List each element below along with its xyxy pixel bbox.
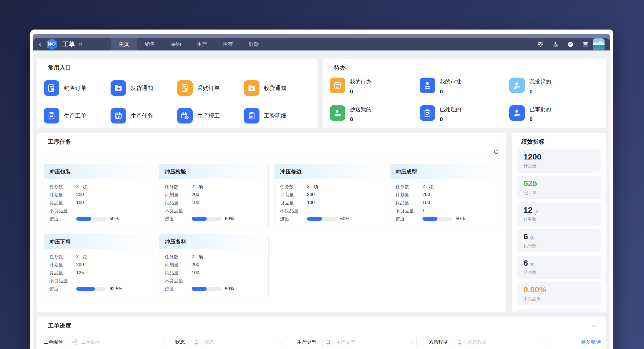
top-row: 常用入口 销售订单 发货通知 采购订单 [37, 59, 606, 128]
stat-value: 200 [192, 262, 199, 267]
nav-tab[interactable]: 主页 [111, 38, 137, 50]
filter-input[interactable] [81, 339, 160, 345]
kpi-value-line: 6项 [524, 232, 594, 242]
filter-label: 状态 [175, 339, 185, 345]
filter-field[interactable]: ⊒ 紧急程度 [454, 337, 548, 347]
process-card[interactable]: 冲压备料 任务数 2 项 计划量 200 [159, 234, 269, 298]
quick-entry-icon [111, 80, 126, 96]
todo-item[interactable]: 我的待办 0 [330, 74, 420, 102]
stat-value: 100 [192, 200, 199, 205]
nav-tab[interactable]: 账款 [241, 38, 267, 50]
todo-item-count: 0 [350, 88, 371, 95]
stat-label: 进度 [165, 216, 192, 222]
process-card-body: 任务数 2 项 计划量 200 良品量 [159, 179, 268, 228]
settings-gear-icon[interactable] [537, 41, 544, 48]
stat-row-progress: 进度 50% [396, 215, 494, 223]
quick-entry-icon [177, 108, 193, 123]
main-content: 常用入口 销售订单 发货通知 采购订单 [33, 50, 610, 349]
quick-entry-item[interactable]: 生产工单 [44, 102, 111, 129]
progress-bar-fill [76, 217, 91, 221]
stat-value: 100 [76, 200, 84, 205]
quick-entry-item[interactable]: 采购订单 [177, 74, 244, 102]
approval-stamp-icon[interactable] [552, 41, 559, 48]
nav-tab-label: 账款 [249, 41, 259, 48]
nav-tab[interactable]: 销售 [137, 38, 163, 50]
user-avatar[interactable] [593, 38, 605, 50]
process-card[interactable]: 冲压检验 任务数 2 项 计划量 200 [159, 164, 269, 228]
todo-item-icon [420, 105, 435, 121]
quick-entry-label: 销售订单 [64, 84, 86, 92]
process-card[interactable]: 冲压成型 任务数 2 项 计划量 200 [390, 164, 499, 228]
stat-label: 良品量 [49, 270, 76, 276]
process-card-title: 冲压检验 [159, 164, 268, 179]
filter-field[interactable]: ⊒ 生产类型 [322, 337, 417, 347]
process-card[interactable]: 冲压下料 任务数 2 项 计划量 200 [44, 234, 153, 298]
nav-tab-label: 采购 [171, 41, 181, 48]
progress-bar-fill [422, 217, 437, 221]
todo-item[interactable]: 已处理的 0 [420, 102, 510, 129]
stat-value: 200 [422, 192, 430, 197]
todo-item[interactable]: 我发起的 0 [509, 74, 599, 102]
todo-item-label: 已处理的 [440, 106, 461, 113]
refresh-icon[interactable] [493, 148, 499, 155]
more-filters-link[interactable]: 更多筛选 [581, 339, 601, 346]
set-operator-icon[interactable]: ⊒ [194, 339, 199, 345]
quick-entry-item[interactable]: 销售订单 [44, 74, 111, 102]
filter-field[interactable]: ⊒ 状态 [191, 337, 285, 347]
kpi-label: 不良品率 [524, 296, 594, 302]
set-operator-icon[interactable]: ⊒ [326, 339, 330, 345]
collapse-chevron-icon[interactable] [592, 324, 596, 328]
chat-message-icon[interactable] [567, 41, 574, 48]
stat-row-tasks: 任务数 2 项 [49, 183, 148, 191]
todo-item[interactable]: 已审批的 0 [509, 102, 599, 129]
stat-row-defect: 不良品量 -- [49, 277, 148, 285]
kpi-value: 6 [524, 232, 528, 241]
stat-unit: 项 [83, 254, 87, 260]
back-button[interactable] [37, 41, 44, 48]
stat-value: 100 [307, 200, 314, 205]
app-window: WO 工单 主页销售采购生产库存账款 常用入口 [30, 30, 613, 349]
app-grid-icon[interactable] [582, 41, 589, 48]
quick-entry-item[interactable]: 收货通知 [244, 74, 311, 102]
progress-bar-fill [192, 287, 207, 291]
process-card[interactable]: 冲压包装 任务数 2 项 计划量 200 [44, 164, 153, 228]
stat-value: 2 [307, 184, 309, 189]
stat-value: -- [76, 278, 79, 283]
quick-entry-icon [244, 108, 259, 123]
stat-label: 良品量 [165, 200, 192, 206]
process-card[interactable]: 冲压修边 任务数 2 项 计划量 200 [275, 164, 384, 228]
todo-item-icon [330, 105, 345, 121]
quick-entry-icon [111, 108, 126, 123]
progress-bar-track [192, 287, 222, 291]
middle-row: 工序任务 冲压包装 任务数 2 [37, 133, 606, 312]
progress-percent: 62.5% [109, 286, 122, 292]
kpi-label: 任务数 [524, 217, 594, 222]
process-card-body: 任务数 2 项 计划量 200 良品量 [390, 179, 499, 228]
contains-operator-icon[interactable]: 含 [72, 339, 78, 345]
stat-label: 计划量 [49, 192, 76, 198]
filter-label: 生产类型 [297, 339, 316, 345]
stat-value: 200 [76, 192, 84, 197]
quick-entry-item[interactable]: 生产报工 [177, 102, 244, 129]
section-accent-bar [44, 65, 45, 70]
quick-entry-label: 发货通知 [131, 84, 153, 92]
nav-tab[interactable]: 生产 [189, 38, 215, 50]
todo-item-text: 我的待办 0 [350, 78, 371, 95]
kpi-label: 计划量 [524, 163, 594, 169]
stat-row-good: 良品量 100 [165, 199, 263, 207]
stat-value: 200 [76, 262, 84, 267]
todo-item[interactable]: 抄送我的 0 [330, 102, 420, 129]
stat-label: 任务数 [165, 254, 192, 260]
filter-field[interactable]: 含 工单编号 [69, 337, 163, 347]
quick-entry-item[interactable]: 生产任务 [111, 102, 177, 129]
quick-entry-item[interactable]: 发货通知 [111, 74, 177, 102]
nav-tab[interactable]: 库存 [215, 38, 241, 50]
nav-icon-group [537, 41, 589, 48]
set-operator-icon[interactable]: ⊒ [457, 339, 462, 345]
quick-entry-item[interactable]: 工资明细 [244, 102, 311, 129]
todo-item[interactable]: 我的审批 0 [420, 74, 510, 102]
stat-label: 任务数 [49, 254, 76, 260]
nav-tab[interactable]: 采购 [163, 38, 189, 50]
sort-icon[interactable] [77, 41, 84, 48]
filter-group: 生产类型 ⊒ 生产类型 [297, 337, 429, 347]
